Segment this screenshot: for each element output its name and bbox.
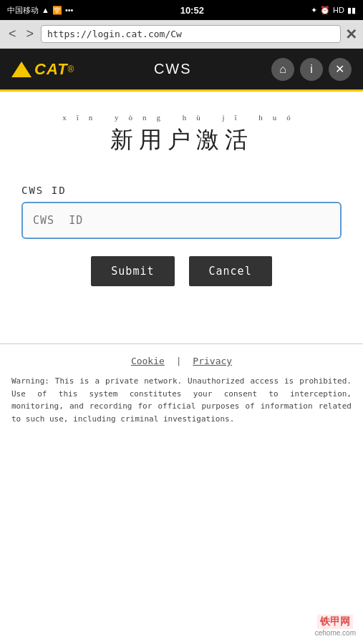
submit-button[interactable]: Submit xyxy=(91,256,174,286)
more-icon: ••• xyxy=(65,6,74,14)
cat-triangle-icon xyxy=(11,62,32,77)
main-content: xīn yòng hù jī huó 新用户激活 CWS ID Submit C… xyxy=(0,92,363,301)
url-input[interactable] xyxy=(41,25,341,43)
info-button[interactable]: i xyxy=(300,58,323,81)
alarm-icon: ⏰ xyxy=(320,6,330,15)
status-right: ✦ ⏰ HD ▮▮ xyxy=(311,6,356,15)
header-title: CWS xyxy=(154,61,192,77)
hd-label: HD xyxy=(333,6,344,14)
wifi-icon: 🛜 xyxy=(52,6,62,15)
cws-id-input[interactable] xyxy=(21,202,342,239)
status-time: 10:52 xyxy=(180,5,204,16)
back-button[interactable]: < xyxy=(6,26,19,42)
header-icons: ⌂ i ✕ xyxy=(271,58,352,81)
page-title: 新用户激活 xyxy=(14,125,349,156)
status-bar: 中国移动 ▲ 🛜 ••• 10:52 ✦ ⏰ HD ▮▮ xyxy=(0,0,363,20)
page-title-container: xīn yòng hù jī huó 新用户激活 xyxy=(14,113,349,156)
browser-close-button[interactable]: ✕ xyxy=(345,26,357,43)
header-close-button[interactable]: ✕ xyxy=(329,58,352,81)
cookie-link[interactable]: Cookie xyxy=(131,356,165,366)
section-divider xyxy=(0,343,363,344)
cws-id-label: CWS ID xyxy=(21,185,342,196)
button-row: Submit Cancel xyxy=(21,256,342,286)
cancel-button[interactable]: Cancel xyxy=(189,256,272,286)
app-header: CAT ® CWS ⌂ i ✕ xyxy=(0,49,363,92)
cat-logo: CAT ® xyxy=(11,60,74,79)
url-bar: < > ✕ xyxy=(0,20,363,49)
cat-logo-sup: ® xyxy=(68,64,74,74)
home-button[interactable]: ⌂ xyxy=(271,58,294,81)
warning-text: Warning: This is a private network. Unau… xyxy=(11,375,352,425)
link-separator: | xyxy=(176,356,182,366)
footer-links: Cookie | Privacy xyxy=(11,356,352,366)
carrier-label: 中国移动 xyxy=(7,5,39,16)
battery-icon: ▮▮ xyxy=(347,6,356,15)
watermark: 铁甲网 cehome.com xyxy=(315,615,356,637)
privacy-link[interactable]: Privacy xyxy=(193,356,232,366)
watermark-bottom: cehome.com xyxy=(315,629,356,637)
bluetooth-icon: ✦ xyxy=(311,6,317,15)
form-section: CWS ID Submit Cancel xyxy=(14,185,349,286)
status-left: 中国移动 ▲ 🛜 ••• xyxy=(7,5,73,16)
forward-button[interactable]: > xyxy=(24,26,37,42)
cat-logo-text: CAT xyxy=(34,60,68,79)
pinyin-text: xīn yòng hù jī huó xyxy=(14,113,349,122)
footer: Cookie | Privacy Warning: This is a priv… xyxy=(0,356,363,436)
signal-icon: ▲ xyxy=(42,6,49,14)
watermark-top: 铁甲网 xyxy=(317,615,353,629)
